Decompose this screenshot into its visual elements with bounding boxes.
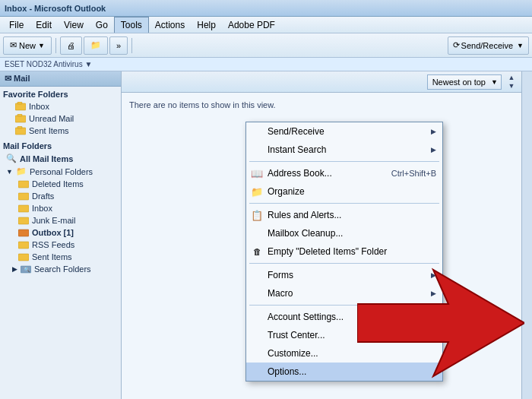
menu-view[interactable]: View bbox=[58, 17, 90, 33]
sidebar-item-drafts[interactable]: Drafts bbox=[0, 190, 121, 202]
sidebar-item-rss[interactable]: RSS Feeds bbox=[0, 239, 121, 251]
rules-icon: 📋 bbox=[251, 209, 263, 221]
sort-arrow-icon: ▼ bbox=[491, 78, 498, 86]
scroll-up-icon[interactable]: ▲ bbox=[508, 74, 515, 81]
toolbar: ✉ New ▼ 🖨 📁 » ⟳ Send/Receive ▼ bbox=[0, 33, 532, 58]
svg-rect-9 bbox=[18, 217, 29, 224]
trust-center-icon bbox=[251, 329, 263, 341]
scroll-down-icon[interactable]: ▼ bbox=[508, 82, 515, 90]
sidebar-item-all-mail[interactable]: 🔍 All Mail Items bbox=[0, 152, 121, 165]
junk-folder-icon bbox=[18, 216, 29, 225]
unread-folder-icon bbox=[15, 114, 26, 123]
sidebar-item-unread-fav[interactable]: Unread Mail bbox=[0, 112, 121, 125]
menu-tools-customize[interactable]: Customize... bbox=[246, 344, 442, 363]
send-receive-icon: ⟳ bbox=[453, 40, 460, 50]
inbox-folder2-icon bbox=[18, 204, 29, 213]
move-to-folder-button[interactable]: 📁 bbox=[84, 36, 108, 55]
svg-rect-11 bbox=[18, 242, 29, 249]
menu-tools-instant-search[interactable]: Instant Search bbox=[246, 141, 442, 159]
sidebar-item-search-folders[interactable]: ▶ 🔍 Search Folders bbox=[0, 263, 121, 275]
menu-tools-forms[interactable]: Forms bbox=[246, 266, 442, 284]
menu-go[interactable]: Go bbox=[90, 17, 114, 33]
menu-actions[interactable]: Actions bbox=[149, 17, 191, 33]
send-receive-arrow-icon: ▼ bbox=[517, 42, 524, 49]
content-message: There are no items to show in this view. bbox=[122, 93, 521, 117]
svg-rect-3 bbox=[17, 114, 22, 116]
expand2-icon: ▶ bbox=[12, 265, 17, 273]
send-receive-dropdown[interactable]: ⟳ Send/Receive ▼ bbox=[448, 36, 529, 55]
window-title: Inbox - Microsoft Outlook bbox=[5, 4, 106, 13]
sidebar-item-personal-folders[interactable]: ▼ 📁 Personal Folders bbox=[0, 165, 121, 178]
menu-tools-send-receive[interactable]: Send/Receive bbox=[246, 122, 442, 141]
cleanup-icon bbox=[251, 227, 263, 239]
send-receive-menu-icon bbox=[251, 125, 263, 138]
menu-tools-organize[interactable]: 📁 Organize bbox=[246, 182, 442, 201]
menu-tools-options[interactable]: Options... bbox=[246, 363, 442, 381]
main-layout: ✉ Mail Favorite Folders Inbox Unread Mai… bbox=[0, 71, 532, 399]
forms-icon bbox=[251, 269, 263, 281]
menu-tools-mailbox-cleanup[interactable]: Mailbox Cleanup... bbox=[246, 224, 442, 242]
sidebar-item-inbox[interactable]: Inbox bbox=[0, 202, 121, 214]
sidebar-item-deleted[interactable]: Deleted Items bbox=[0, 178, 121, 190]
content-area: Newest on top ▼ ▲ ▼ There are no items t… bbox=[122, 71, 521, 399]
account-settings-icon bbox=[251, 311, 263, 323]
menu-edit[interactable]: Edit bbox=[30, 17, 58, 33]
mail-folders-header: Mail Folders bbox=[0, 137, 121, 152]
svg-rect-2 bbox=[15, 116, 26, 122]
svg-rect-8 bbox=[18, 205, 29, 212]
macro-icon bbox=[251, 287, 263, 299]
menu-bar: File Edit View Go Tools Actions Help Ado… bbox=[0, 17, 532, 33]
menu-separator-4 bbox=[249, 305, 439, 306]
eset-text: ESET NOD32 Antivirus ▼ bbox=[5, 60, 92, 68]
menu-tools[interactable]: Tools bbox=[114, 17, 149, 33]
search-all-icon: 🔍 bbox=[6, 154, 17, 163]
sidebar-item-sent-fav[interactable]: Sent Items bbox=[0, 125, 121, 137]
inbox-folder-icon bbox=[15, 102, 26, 111]
drafts-folder-icon bbox=[18, 192, 29, 201]
content-toolbar: Newest on top ▼ ▲ ▼ bbox=[122, 71, 521, 93]
menu-tools-rules-alerts[interactable]: 📋 Rules and Alerts... bbox=[246, 206, 442, 224]
favorite-folders-header: Favorite Folders bbox=[0, 87, 121, 100]
scrollbar[interactable] bbox=[521, 71, 532, 399]
more-icon: » bbox=[116, 41, 121, 50]
toolbar-separator-1 bbox=[55, 38, 56, 53]
svg-rect-6 bbox=[18, 181, 29, 188]
sort-dropdown[interactable]: Newest on top ▼ bbox=[427, 74, 502, 90]
menu-adobe-pdf[interactable]: Adobe PDF bbox=[222, 17, 281, 33]
sent-folder-icon bbox=[15, 126, 26, 135]
svg-rect-5 bbox=[17, 126, 22, 128]
menu-tools-address-book[interactable]: 📖 Address Book... Ctrl+Shift+B bbox=[246, 164, 442, 182]
sent-folder2-icon bbox=[18, 252, 29, 261]
options-icon bbox=[251, 366, 263, 378]
print-button[interactable]: 🖨 bbox=[60, 36, 82, 55]
dropdown-arrow-icon: ▼ bbox=[38, 42, 45, 49]
print-icon: 🖨 bbox=[67, 41, 75, 50]
sidebar-item-junk[interactable]: Junk E-mail bbox=[0, 214, 121, 226]
menu-help[interactable]: Help bbox=[191, 17, 222, 33]
toolbar-more-button[interactable]: » bbox=[109, 36, 128, 55]
sidebar-item-inbox-fav[interactable]: Inbox bbox=[0, 100, 121, 112]
toolbar-separator-2 bbox=[131, 38, 132, 53]
menu-tools-empty-deleted[interactable]: 🗑 Empty "Deleted Items" Folder bbox=[246, 242, 442, 261]
customize-icon bbox=[251, 347, 263, 359]
sidebar-item-outbox[interactable]: Outbox [1] bbox=[0, 226, 121, 239]
deleted-folder-icon bbox=[18, 179, 29, 188]
menu-tools-macro[interactable]: Macro bbox=[246, 284, 442, 302]
menu-separator-2 bbox=[249, 203, 439, 204]
new-button[interactable]: ✉ New ▼ bbox=[3, 36, 52, 55]
sidebar-item-sent[interactable]: Sent Items bbox=[0, 251, 121, 263]
menu-tools-trust-center[interactable]: Trust Center... bbox=[246, 326, 442, 344]
svg-text:🔍: 🔍 bbox=[24, 266, 30, 273]
svg-rect-4 bbox=[15, 128, 26, 135]
svg-rect-1 bbox=[17, 102, 22, 104]
eset-bar: ESET NOD32 Antivirus ▼ bbox=[0, 58, 532, 71]
folder-icon: 📁 bbox=[90, 40, 101, 50]
expand-icon: ▼ bbox=[6, 168, 13, 176]
menu-separator-1 bbox=[249, 161, 439, 162]
menu-file[interactable]: File bbox=[3, 17, 30, 33]
menu-tools-account-settings[interactable]: Account Settings... bbox=[246, 308, 442, 326]
svg-rect-12 bbox=[18, 254, 29, 261]
rss-folder-icon bbox=[18, 240, 29, 249]
search-folder-icon: 🔍 bbox=[21, 264, 31, 274]
svg-rect-7 bbox=[18, 193, 29, 200]
